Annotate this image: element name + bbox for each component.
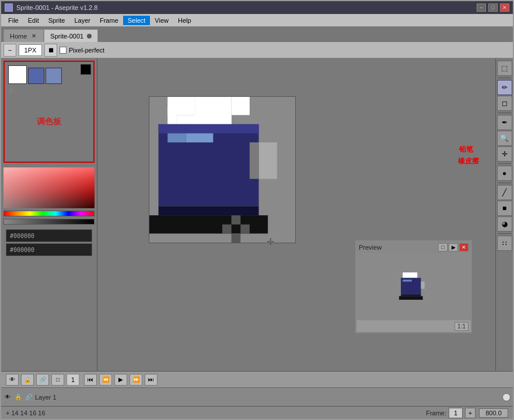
layer-link-icon[interactable]: 🔗 [25,393,33,401]
tab-home-label: Home [10,33,27,40]
color-swatches-panel: || 调色板 [4,61,95,163]
svg-rect-16 [240,225,250,234]
color-gradient-box[interactable] [4,167,95,208]
svg-rect-15 [222,225,232,234]
svg-rect-13 [149,215,268,233]
close-button[interactable]: ✕ [500,4,509,12]
app-icon [5,4,13,12]
play-prev-button[interactable]: ⏪ [99,374,112,386]
fill-tool-button[interactable]: ● [497,166,512,181]
play-button[interactable]: ▶ [114,374,127,386]
pencil-tool-button[interactable]: ✏ [497,80,512,95]
preview-window: Preview □ ▶ ✕ [355,240,472,333]
blob-tool-button[interactable]: ◕ [497,216,512,232]
eyedropper-tool-button[interactable]: ✒ [497,115,512,130]
layer-frame-indicator [502,393,510,401]
tab-sprite[interactable]: Sprite-0001 [44,29,98,42]
spray-tool-button[interactable]: ∷ [497,236,512,251]
menu-edit[interactable]: Edit [23,16,44,25]
window-title: Sprite-0001 - Aseprite v1.2.8 [16,4,97,11]
timeline-lock-button[interactable]: 🔒 [21,374,34,386]
svg-rect-5 [167,106,177,124]
title-bar-left: Sprite-0001 - Aseprite v1.2.8 [5,4,97,12]
foreground-color-box[interactable]: #000000 [6,229,92,242]
svg-rect-17 [232,233,241,243]
preview-expand-button[interactable]: □ [438,243,447,251]
sprite-canvas[interactable] [149,96,296,243]
preview-sprite [399,272,428,302]
menu-help[interactable]: Help [173,16,196,25]
timeline-link-button[interactable]: 🔗 [36,374,49,386]
right-toolbar: ⬚ ✏ ◻ ✒ 🔍 ✛ ● ╱ ■ ◕ ∷ [495,58,513,371]
timeline-cel-button[interactable]: □ [51,374,64,386]
preview-content [356,253,471,320]
brush-shape-button[interactable]: ◼ [44,44,57,57]
alpha-bar[interactable] [4,219,95,225]
svg-rect-3 [232,97,250,115]
pixel-perfect-checkbox[interactable] [60,47,67,54]
timeline: 👁 🔒 🔗 □ 1 ⏮ ⏪ ▶ ⏩ ⏭ 👁 🔒 🔗 Layer 1 [1,371,513,406]
swatch-black[interactable] [81,64,91,75]
tab-sprite-dot [87,34,92,38]
selection-tool-button[interactable]: ⬚ [497,61,512,76]
frame-add-button[interactable]: + [465,408,475,418]
svg-rect-12 [159,206,259,216]
menu-select[interactable]: Select [123,16,151,25]
menu-view[interactable]: View [150,16,173,25]
background-color-value: #000000 [10,247,34,253]
svg-rect-21 [403,279,412,281]
svg-rect-10 [259,142,277,179]
color-picker-section: #000000 #000000 [1,165,97,371]
swatch-blue1[interactable] [28,68,44,84]
line-tool-button[interactable]: ╱ [497,185,512,200]
move-tool-button[interactable]: ✛ [497,146,512,162]
eraser-tool-button[interactable]: ◻ [497,96,512,111]
palette-label: 调色板 [5,117,93,127]
svg-rect-14 [232,215,241,225]
minimize-button[interactable]: − [477,4,486,12]
tab-home[interactable]: Home ✕ [4,29,44,42]
timeline-visibility-button[interactable]: 👁 [6,374,19,386]
swatch-white[interactable] [8,65,27,84]
play-last-button[interactable]: ⏭ [145,374,158,386]
rect-tool-button[interactable]: ■ [497,201,512,216]
hue-bar[interactable] [4,211,95,216]
toolbar-separator-1 [498,78,511,78]
svg-rect-23 [401,294,421,296]
main-content: || 调色板 #000000 [1,58,513,371]
background-color-box[interactable]: #000000 [6,243,92,256]
brush-minus-button[interactable]: − [4,44,16,57]
toolbar-separator-3 [498,163,511,164]
tab-home-close[interactable]: ✕ [30,33,37,40]
cursor-position: + 14 14 16 16 [6,410,46,416]
menu-sprite[interactable]: Sprite [44,16,70,25]
toolbar-separator-2 [498,113,511,113]
tab-sprite-label: Sprite-0001 [50,33,83,40]
maximize-button[interactable]: □ [488,4,498,12]
pixel-perfect-text: Pixel-perfect [69,47,104,54]
svg-rect-24 [399,296,423,299]
svg-rect-7 [159,124,259,134]
preview-close-button[interactable]: ✕ [459,243,468,251]
frame-input[interactable] [449,408,463,418]
annotation-pencil: 铅笔 [459,145,473,155]
preview-play-button[interactable]: ▶ [449,243,458,251]
play-next-button[interactable]: ⏩ [130,374,142,386]
menu-frame[interactable]: Frame [95,16,123,25]
layer-row: 👁 🔒 🔗 Layer 1 [1,389,513,405]
foreground-color-value: #000000 [10,233,34,239]
swatches-dots: || [9,88,12,94]
brush-size-input[interactable] [19,44,42,56]
color-boxes: #000000 #000000 [4,227,95,258]
play-first-button[interactable]: ⏮ [84,374,97,386]
preview-title: Preview [359,244,382,251]
canvas-area[interactable]: ✛ 铅笔 橡皮擦 Preview □ ▶ ✕ [97,58,495,371]
menu-layer[interactable]: Layer [69,16,95,25]
swatches-top [5,62,93,88]
layer-eye-icon[interactable]: 👁 [4,393,12,401]
zoom-tool-button[interactable]: 🔍 [497,131,512,146]
swatch-blue2[interactable] [46,68,62,84]
timeline-layers: 👁 🔒 🔗 Layer 1 [1,388,513,406]
layer-lock-icon[interactable]: 🔒 [14,393,22,401]
menu-file[interactable]: File [4,16,23,25]
